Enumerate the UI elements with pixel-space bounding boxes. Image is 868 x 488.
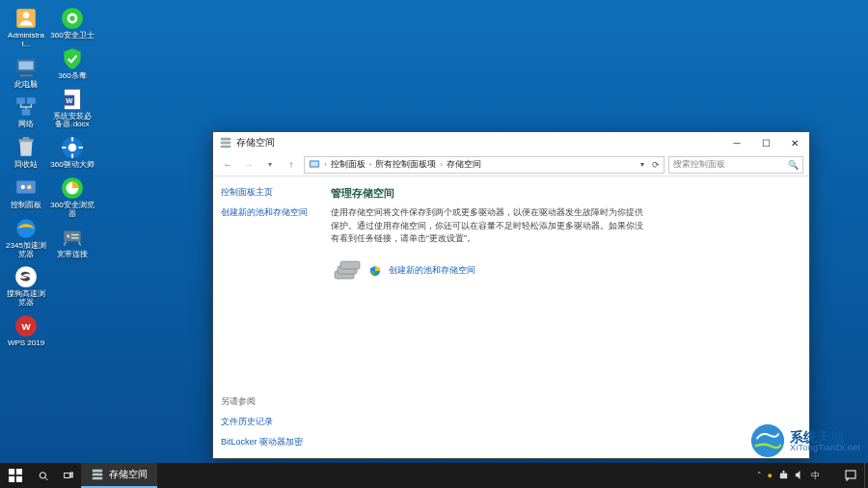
storage-icon xyxy=(219,136,232,149)
tray-ime-icon[interactable]: 中 xyxy=(811,470,820,482)
desktop-icon-control[interactable]: 控制面板 xyxy=(4,174,48,212)
desktop-icon-label: 360杀毒 xyxy=(58,72,86,81)
control-panel-home-link[interactable]: 控制面板主页 xyxy=(221,186,310,199)
breadcrumb-mid[interactable]: 所有控制面板项 xyxy=(375,158,436,171)
close-button[interactable]: ✕ xyxy=(780,132,809,153)
tray-volume-icon[interactable] xyxy=(795,470,805,482)
ie-icon xyxy=(14,216,39,241)
svg-rect-44 xyxy=(9,476,14,482)
search-input[interactable]: 搜索控制面板 🔍 xyxy=(668,156,803,174)
desktop-icon-label: 360安全浏览器 xyxy=(50,202,95,219)
refresh-icon[interactable]: ⟳ xyxy=(652,160,660,170)
svg-rect-32 xyxy=(71,237,79,239)
content-description: 使用存储空间将文件保存到两个或更多驱动器，以便在驱动器发生故障时为你提供保护。通… xyxy=(331,206,649,246)
desktop-icons: Administrat...此电脑网络回收站控制面板2345加速浏览器搜狗高速浏… xyxy=(4,4,95,350)
create-pool-link[interactable]: 创建新的池和存储空间 xyxy=(389,264,475,277)
content-pane: 管理存储空间 使用存储空间将文件保存到两个或更多驱动器，以便在驱动器发生故障时为… xyxy=(317,176,809,458)
taskbar-app-storage-spaces[interactable]: 存储空间 xyxy=(81,463,157,488)
svg-rect-7 xyxy=(27,98,36,105)
svg-rect-42 xyxy=(9,469,14,474)
svg-point-14 xyxy=(16,219,36,238)
desktop-icon-docx[interactable]: W系统安装必备器.docx xyxy=(50,85,95,132)
pc-icon xyxy=(14,55,39,80)
minimize-button[interactable]: ─ xyxy=(722,132,751,153)
breadcrumb-root[interactable]: 控制面板 xyxy=(331,158,366,171)
svg-rect-5 xyxy=(20,74,33,76)
svg-rect-40 xyxy=(340,261,360,269)
address-dropdown-icon[interactable]: ▾ xyxy=(640,160,644,169)
svg-point-12 xyxy=(21,185,25,189)
desktop-icon-label: 2345加速浏览器 xyxy=(4,242,48,259)
titlebar[interactable]: 存储空间 ─ ☐ ✕ xyxy=(213,132,809,153)
desktop-icon-label: 搜狗高速浏览器 xyxy=(4,290,48,308)
task-view-icon[interactable] xyxy=(56,463,81,488)
svg-rect-52 xyxy=(93,474,103,476)
svg-rect-55 xyxy=(783,470,785,473)
desktop-icon-network[interactable]: 网络 xyxy=(4,93,48,131)
desktop-icon-label: 网络 xyxy=(18,121,34,129)
desktop-icon-360drv[interactable]: 360驱动大师 xyxy=(50,133,95,172)
content-heading: 管理存储空间 xyxy=(331,186,796,201)
svg-rect-9 xyxy=(18,140,33,143)
svg-rect-8 xyxy=(22,110,31,117)
desktop-icon-360browser[interactable]: 360安全浏览器 xyxy=(50,174,95,221)
tray-360-icon[interactable]: ● xyxy=(768,471,773,480)
desktop-icon-wps[interactable]: WWPS 2019 xyxy=(4,312,48,350)
wps-icon: W xyxy=(14,313,39,339)
control-panel-icon xyxy=(309,158,320,172)
start-button[interactable] xyxy=(0,463,31,488)
recent-dropdown[interactable]: ▾ xyxy=(261,156,279,174)
breadcrumb-leaf[interactable]: 存储空间 xyxy=(447,158,481,171)
up-button[interactable]: ↑ xyxy=(283,156,300,174)
drives-stack-icon xyxy=(331,258,362,285)
svg-rect-33 xyxy=(221,138,231,141)
svg-rect-43 xyxy=(16,469,22,474)
taskbar-app-label: 存储空间 xyxy=(109,468,148,481)
desktop-icon-recycle[interactable]: 回收站 xyxy=(4,133,48,172)
desktop-icon-label: WPS 2019 xyxy=(8,339,44,348)
svg-point-26 xyxy=(68,144,77,152)
navbar: ← → ▾ ↑ › 控制面板 › 所有控制面板项 › 存储空间 ▾ ⟳ 搜索控制… xyxy=(213,153,809,176)
desktop-icon-label: Administrat... xyxy=(4,32,48,49)
dialup-icon xyxy=(60,225,85,250)
bitlocker-link[interactable]: BitLocker 驱动器加密 xyxy=(221,436,310,448)
svg-point-46 xyxy=(40,472,45,477)
create-pool-action[interactable]: 创建新的池和存储空间 xyxy=(331,258,796,285)
back-button[interactable]: ← xyxy=(219,156,236,174)
search-placeholder: 搜索控制面板 xyxy=(673,158,725,171)
desktop-icon-label: 控制面板 xyxy=(11,202,41,210)
desktop-icon-360safe[interactable]: 360安全卫士 xyxy=(50,4,95,42)
desktop-icon-ie[interactable]: 2345加速浏览器 xyxy=(4,214,48,261)
desktop-icon-sogou[interactable]: 搜狗高速浏览器 xyxy=(4,262,48,310)
maximize-button[interactable]: ☐ xyxy=(751,132,780,153)
svg-rect-3 xyxy=(18,61,33,69)
forward-button[interactable]: → xyxy=(240,156,258,174)
see-also-heading: 另请参阅 xyxy=(221,395,310,408)
uac-shield-icon xyxy=(369,265,381,277)
address-bar[interactable]: › 控制面板 › 所有控制面板项 › 存储空间 ▾ ⟳ xyxy=(304,156,665,174)
desktop-icon-360av[interactable]: 360杀毒 xyxy=(50,44,95,83)
show-desktop-button[interactable] xyxy=(864,463,868,488)
action-center-icon[interactable] xyxy=(837,463,864,488)
svg-rect-10 xyxy=(23,137,30,139)
360av-icon xyxy=(60,46,85,71)
desktop-icon-pc[interactable]: 此电脑 xyxy=(4,53,48,92)
file-history-link[interactable]: 文件历史记录 xyxy=(221,416,310,428)
user-icon xyxy=(14,6,39,31)
svg-point-20 xyxy=(69,15,74,20)
desktop-icon-label: 360安全卫士 xyxy=(50,32,94,41)
sidebar-create-pool-link[interactable]: 创建新的池和存储空间 xyxy=(221,206,310,219)
desktop-icon-label: 系统安装必备器.docx xyxy=(50,113,95,130)
svg-point-30 xyxy=(67,234,69,237)
tray-chevron-up-icon[interactable]: ˄ xyxy=(757,471,762,480)
svg-rect-6 xyxy=(16,98,25,105)
desktop-icon-user[interactable]: Administrat... xyxy=(4,4,48,51)
tray-network-icon[interactable] xyxy=(778,470,789,482)
svg-rect-54 xyxy=(780,473,787,478)
desktop-icon-label: 宽带连接 xyxy=(57,251,88,259)
desktop-icon-dialup[interactable]: 宽带连接 xyxy=(50,223,95,261)
storage-spaces-window: 存储空间 ─ ☐ ✕ ← → ▾ ↑ › 控制面板 › 所有控制面板项 › 存储… xyxy=(212,131,810,459)
taskbar-search-icon[interactable] xyxy=(31,463,56,488)
system-tray[interactable]: ˄ ● 中 xyxy=(751,470,826,482)
svg-rect-51 xyxy=(93,470,103,473)
